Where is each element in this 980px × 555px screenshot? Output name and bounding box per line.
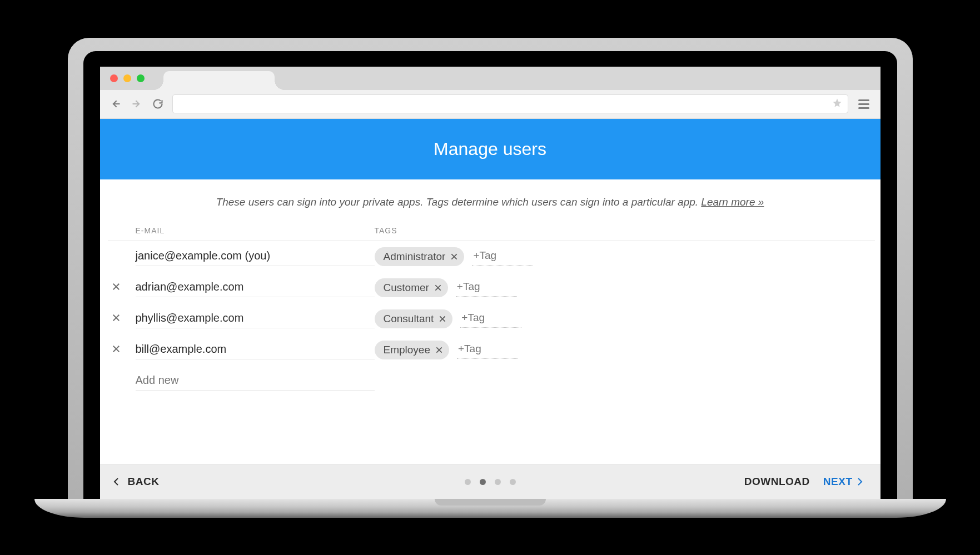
chevron-left-icon	[113, 477, 123, 486]
description-text: These users can sign into your private a…	[216, 196, 702, 208]
back-icon[interactable]	[109, 97, 122, 111]
remove-user-button[interactable]	[108, 282, 136, 294]
tags-cell: Employee	[375, 341, 875, 359]
email-cell[interactable]: janice@example.com (you)	[136, 247, 375, 266]
tag-chip: Consultant	[375, 309, 453, 328]
laptop-mockup: Manage users These users can sign into y…	[68, 38, 913, 518]
users-table: E-MAIL TAGS janice@example.com (you)Admi…	[100, 222, 880, 464]
tag-label: Employee	[384, 344, 431, 356]
bookmark-star-icon[interactable]	[832, 98, 842, 110]
window-controls	[110, 74, 145, 82]
close-icon	[111, 282, 121, 294]
remove-user-button[interactable]	[108, 313, 136, 325]
tag-label: Customer	[384, 282, 429, 294]
next-label: NEXT	[823, 476, 853, 488]
add-tag-input[interactable]	[456, 278, 517, 297]
menu-icon[interactable]	[856, 99, 872, 109]
url-bar[interactable]	[172, 94, 848, 113]
remove-tag-button[interactable]	[450, 252, 459, 261]
tags-cell: Consultant	[375, 309, 875, 328]
progress-dot[interactable]	[465, 479, 471, 485]
page-title: Manage users	[100, 119, 880, 179]
table-row: janice@example.com (you)Administrator	[108, 241, 875, 272]
table-header-row: E-MAIL TAGS	[108, 222, 875, 241]
screen: Manage users These users can sign into y…	[100, 67, 880, 499]
laptop-frame: Manage users These users can sign into y…	[68, 38, 913, 499]
add-tag-input[interactable]	[460, 309, 521, 328]
email-cell[interactable]: adrian@example.com	[136, 278, 375, 297]
add-new-row	[108, 366, 875, 397]
reload-icon[interactable]	[151, 97, 165, 111]
tags-cell: Customer	[375, 278, 875, 297]
tag-label: Consultant	[384, 313, 434, 325]
chevron-right-icon	[857, 477, 867, 486]
laptop-base	[34, 499, 946, 518]
browser-tab[interactable]	[163, 71, 275, 90]
tag-label: Administrator	[384, 251, 446, 263]
tag-chip: Administrator	[375, 247, 465, 266]
minimize-window-button[interactable]	[123, 74, 131, 82]
laptop-bezel: Manage users These users can sign into y…	[83, 51, 897, 499]
remove-tag-button[interactable]	[438, 314, 447, 323]
add-tag-input[interactable]	[472, 247, 533, 266]
column-header-email: E-MAIL	[136, 226, 375, 235]
add-tag-input[interactable]	[457, 341, 518, 359]
email-cell[interactable]: bill@example.com	[136, 341, 375, 359]
table-row: phyllis@example.comConsultant	[108, 303, 875, 334]
back-button[interactable]: BACK	[113, 476, 160, 488]
download-label: DOWNLOAD	[744, 476, 810, 488]
close-icon	[111, 344, 121, 356]
table-row: bill@example.comEmployee	[108, 334, 875, 366]
browser-toolbar	[100, 90, 880, 119]
tag-chip: Employee	[375, 341, 450, 359]
back-label: BACK	[128, 476, 160, 488]
browser-tab-bar	[100, 67, 880, 90]
download-button[interactable]: DOWNLOAD	[744, 476, 810, 488]
remove-user-button[interactable]	[108, 344, 136, 356]
close-icon	[111, 313, 121, 325]
add-new-input[interactable]	[136, 372, 375, 391]
progress-dot[interactable]	[480, 479, 486, 485]
close-window-button[interactable]	[110, 74, 118, 82]
learn-more-link[interactable]: Learn more »	[701, 196, 764, 208]
tags-cell: Administrator	[375, 247, 875, 266]
tag-chip: Customer	[375, 278, 448, 297]
page-description: These users can sign into your private a…	[100, 179, 880, 222]
column-header-tags: TAGS	[375, 226, 875, 235]
progress-dot[interactable]	[510, 479, 516, 485]
progress-dot[interactable]	[495, 479, 501, 485]
remove-tag-button[interactable]	[434, 283, 442, 292]
maximize-window-button[interactable]	[137, 74, 145, 82]
next-button[interactable]: NEXT	[823, 476, 867, 488]
table-row: adrian@example.comCustomer	[108, 272, 875, 303]
progress-dots	[465, 479, 516, 485]
forward-icon[interactable]	[130, 97, 143, 111]
footer-bar: BACK DOWNLOAD NEXT	[100, 464, 880, 499]
email-cell[interactable]: phyllis@example.com	[136, 309, 375, 328]
remove-tag-button[interactable]	[435, 346, 444, 354]
